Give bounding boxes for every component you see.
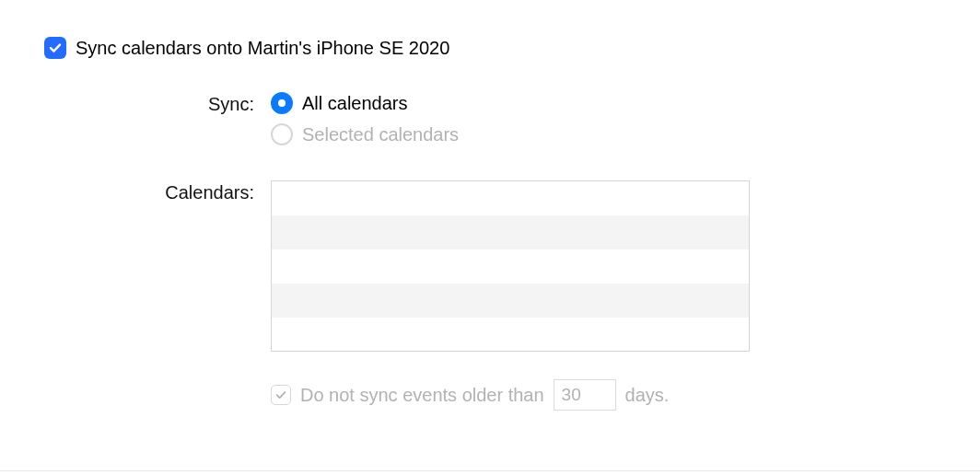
sync-calendars-checkbox[interactable] — [44, 37, 66, 59]
radio-selected-calendars-label: Selected calendars — [302, 124, 459, 145]
list-item — [272, 318, 749, 352]
radio-all-calendars-label: All calendars — [302, 93, 408, 114]
check-icon — [274, 388, 287, 401]
older-events-suffix: days. — [625, 385, 670, 406]
divider — [0, 470, 980, 471]
older-days-input[interactable] — [554, 379, 616, 411]
calendars-list-label: Calendars: — [44, 180, 271, 203]
sync-calendars-label: Sync calendars onto Martin's iPhone SE 2… — [76, 38, 449, 59]
list-item — [272, 181, 749, 215]
older-events-prefix: Do not sync events older than — [300, 385, 544, 406]
list-item — [272, 249, 749, 284]
check-icon — [48, 41, 63, 55]
sync-mode-label: Sync: — [44, 92, 271, 115]
older-events-checkbox[interactable] — [271, 385, 291, 405]
radio-all-calendars[interactable] — [271, 92, 293, 114]
list-item — [272, 284, 749, 318]
radio-selected-calendars[interactable] — [271, 123, 293, 145]
calendars-list-box[interactable] — [271, 180, 750, 352]
list-item — [272, 215, 749, 249]
